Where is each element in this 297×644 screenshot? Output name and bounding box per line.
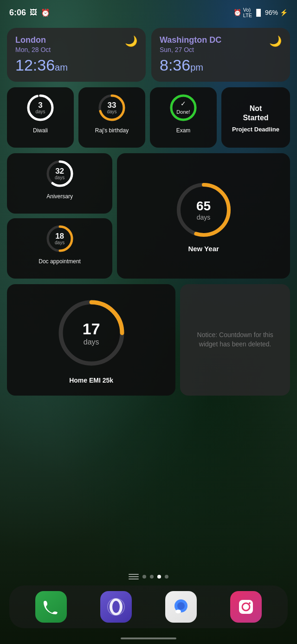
rajbirthday-name: Raj's birthday <box>95 127 129 134</box>
diwali-widget[interactable]: 3 days Diwali <box>7 87 74 148</box>
london-time: 12:36am <box>15 56 137 74</box>
status-right: ⏰ Vo)LTE ▐▌ 96% ⚡ <box>233 7 288 18</box>
page-dot-4[interactable] <box>165 575 168 579</box>
exam-checkmark-icon: ✓ <box>176 100 190 107</box>
homeemi-days: 17 <box>83 320 100 338</box>
doc-label: days <box>55 240 65 245</box>
rajbirthday-label: days <box>107 109 116 114</box>
newyear-days: 65 <box>196 199 211 214</box>
diwali-name: Diwali <box>33 127 48 134</box>
newyear-label: days <box>196 214 211 221</box>
london-clock-widget[interactable]: London Mon, 28 Oct 🌙 12:36am <box>7 28 146 82</box>
doc-appointment-ring: 18 days <box>45 224 75 254</box>
london-date: Mon, 28 Oct <box>15 46 51 53</box>
home-indicator[interactable] <box>121 637 176 639</box>
countdown-row-medium: 32 days Aniversary 18 <box>7 153 290 279</box>
status-left: 6:06 🖼 ⏰ <box>9 8 50 18</box>
anniversary-widget[interactable]: 32 days Aniversary <box>7 153 112 214</box>
homeemi-ring: 17 days <box>54 296 129 370</box>
washington-city: Washington DC <box>160 35 221 45</box>
dock <box>9 585 288 628</box>
svg-point-22 <box>249 602 251 604</box>
status-time: 6:06 <box>9 8 26 18</box>
rajbirthday-widget[interactable]: 33 days Raj's birthday <box>78 87 145 148</box>
project-deadline-widget[interactable]: Not Started Project Deadline <box>221 87 290 148</box>
right-col: Notice: Countdown for this widget has be… <box>180 284 290 396</box>
washington-date: Sun, 27 Oct <box>160 46 221 53</box>
doc-appointment-widget[interactable]: 18 days Doc appointment <box>7 218 112 279</box>
phone-app-icon[interactable] <box>35 591 67 623</box>
alarm2-icon: ⏰ <box>233 9 241 16</box>
doc-days: 18 <box>55 232 65 240</box>
countdown-row-big: 17 days Home EMI 25k Notice: Countdown f… <box>7 284 290 396</box>
notice-widget[interactable]: Notice: Countdown for this widget has be… <box>180 284 290 396</box>
anniversary-days: 32 <box>55 167 65 175</box>
clock-row: London Mon, 28 Oct 🌙 12:36am Washington … <box>7 28 290 82</box>
diwali-label: days <box>35 109 45 114</box>
newyear-widget[interactable]: 65 days New Year <box>117 153 290 279</box>
page-dot-1[interactable] <box>142 575 146 579</box>
exam-done-label: Done! <box>176 109 190 115</box>
newyear-name: New Year <box>188 245 219 253</box>
exam-widget[interactable]: ✓ Done! Exam <box>150 87 217 148</box>
homeemi-label: days <box>83 338 100 346</box>
diwali-ring: 3 days <box>26 93 55 123</box>
page-dots <box>0 568 297 585</box>
svg-point-18 <box>175 610 181 613</box>
countdown-col-small: 32 days Aniversary 18 <box>7 153 112 279</box>
homeemi-widget[interactable]: 17 days Home EMI 25k <box>7 284 175 396</box>
widgets-area: London Mon, 28 Oct 🌙 12:36am Washington … <box>0 23 297 568</box>
page-lines-icon <box>129 573 139 580</box>
svg-point-19 <box>177 602 185 610</box>
messages-app-icon[interactable] <box>165 591 197 623</box>
diwali-days: 3 <box>35 101 45 109</box>
anniversary-name: Aniversary <box>46 193 73 200</box>
london-city: London <box>15 35 51 45</box>
countdown-row-small: 3 days Diwali 33 days <box>7 87 290 148</box>
browser-app-icon[interactable] <box>100 591 132 623</box>
signal-text: Vo)LTE <box>243 7 252 18</box>
not-started-label: Not Started <box>243 104 268 122</box>
anniversary-ring: 32 days <box>45 159 75 189</box>
washington-clock-widget[interactable]: Washington DC Sun, 27 Oct 🌙 8:36pm <box>151 28 290 82</box>
washington-moon-icon: 🌙 <box>269 35 282 47</box>
svg-rect-20 <box>239 600 253 614</box>
battery-percent: 96% <box>265 9 278 16</box>
rajbirthday-days: 33 <box>107 101 116 109</box>
battery-icon: ⚡ <box>280 9 288 16</box>
washington-time: 8:36pm <box>160 56 282 74</box>
homeemi-name: Home EMI 25k <box>69 377 113 384</box>
notice-text: Notice: Countdown for this widget has be… <box>187 331 283 349</box>
anniversary-label: days <box>55 175 65 180</box>
doc-name: Doc appointment <box>39 258 81 265</box>
svg-point-15 <box>112 601 120 613</box>
london-moon-icon: 🌙 <box>125 35 137 47</box>
instagram-app-icon[interactable] <box>230 591 262 623</box>
page-dot-2[interactable] <box>150 575 154 579</box>
exam-name: Exam <box>176 127 191 134</box>
signal-bars: ▐▌ <box>254 9 263 16</box>
rajbirthday-ring: 33 days <box>97 93 127 123</box>
project-name: Project Deadline <box>232 126 279 133</box>
alarm-icon: ⏰ <box>41 8 50 17</box>
status-bar: 6:06 🖼 ⏰ ⏰ Vo)LTE ▐▌ 96% ⚡ <box>0 0 297 23</box>
newyear-ring: 65 days <box>174 180 234 240</box>
exam-ring: ✓ Done! <box>168 93 198 123</box>
photo-icon: 🖼 <box>30 8 37 17</box>
page-dot-3-active[interactable] <box>157 575 161 579</box>
